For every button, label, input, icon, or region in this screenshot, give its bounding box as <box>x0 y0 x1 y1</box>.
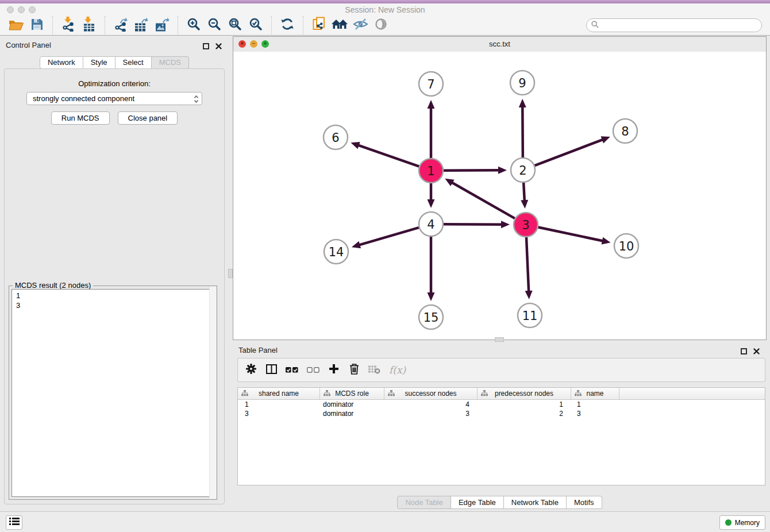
show-column-pane-button[interactable] <box>265 364 277 376</box>
maximize-view-button[interactable]: + <box>261 40 269 48</box>
column-header-MCDS-role[interactable]: MCDS role <box>320 388 384 399</box>
zoom-in-button[interactable] <box>184 16 203 34</box>
import-network-button[interactable] <box>59 16 78 34</box>
table-cell[interactable]: 3 <box>238 409 320 418</box>
show-hide-graphics-button[interactable] <box>351 16 369 34</box>
zoom-selected-button[interactable] <box>247 16 265 34</box>
table-settings-button[interactable] <box>245 364 257 376</box>
delete-column-button[interactable] <box>348 363 360 377</box>
export-image-button[interactable] <box>153 16 171 34</box>
table-cell[interactable]: 4 <box>384 400 478 409</box>
import-table-button[interactable] <box>80 16 98 34</box>
table-cell[interactable]: 2 <box>478 409 571 418</box>
tab-node-table[interactable]: Node Table <box>397 496 451 509</box>
table-cell[interactable]: dominator <box>320 400 384 409</box>
graph-node-14[interactable]: 14 <box>324 240 348 264</box>
result-scrollbar[interactable] <box>209 287 216 499</box>
graph-edge-4-3[interactable] <box>444 224 503 225</box>
graph-node-8[interactable]: 8 <box>613 119 637 143</box>
search-input[interactable] <box>602 21 757 30</box>
table-cell[interactable]: 1 <box>571 400 619 409</box>
graph-node-4[interactable]: 4 <box>419 212 443 236</box>
zoom-in-icon <box>187 17 201 33</box>
vertical-splitter-handle[interactable] <box>228 269 233 278</box>
graph-node-6[interactable]: 6 <box>324 125 348 149</box>
close-view-button[interactable]: × <box>238 40 246 48</box>
graph-edge-1-6[interactable] <box>357 145 419 167</box>
minimize-window-button[interactable] <box>18 6 25 13</box>
graph-node-10[interactable]: 10 <box>614 234 638 258</box>
close-panel-button[interactable]: Close panel <box>118 111 178 125</box>
table-cell[interactable]: 1 <box>478 400 571 409</box>
zoom-fit-button[interactable] <box>226 16 244 34</box>
graph-node-3[interactable]: 3 <box>514 213 538 237</box>
close-window-button[interactable] <box>7 6 14 13</box>
function-builder-button[interactable]: f(x) <box>389 364 406 376</box>
graph-edge-3-10[interactable] <box>538 228 604 241</box>
float-panel-icon[interactable] <box>741 346 747 357</box>
graph-edge-1-2[interactable] <box>444 170 500 171</box>
import-table-icon <box>83 17 95 34</box>
table-cell[interactable]: 1 <box>238 400 320 409</box>
run-mcds-button[interactable]: Run MCDS <box>51 111 110 125</box>
zoom-window-button[interactable] <box>29 6 36 13</box>
graph-edge-2-9[interactable] <box>522 106 523 157</box>
tab-mcds[interactable]: MCDS <box>152 56 189 69</box>
import-network-icon <box>62 17 75 34</box>
criterion-select[interactable]: strongly connected component <box>26 92 202 105</box>
graph-edge-4-14[interactable] <box>358 228 418 245</box>
column-header-shared-name[interactable]: shared name <box>238 388 320 399</box>
tab-network-table[interactable]: Network Table <box>504 496 567 509</box>
tab-motifs[interactable]: Motifs <box>567 496 602 509</box>
save-session-button[interactable] <box>28 16 46 34</box>
birds-eye-view-button[interactable] <box>372 16 390 34</box>
table-cell[interactable]: 3 <box>571 409 619 418</box>
select-all-columns-button[interactable] <box>286 365 298 375</box>
graph-edge-2-3[interactable] <box>523 183 525 202</box>
mcds-result-title: MCDS result (2 nodes) <box>13 281 93 290</box>
graph-edge-arrowhead <box>525 291 533 299</box>
memory-button[interactable]: Memory <box>719 515 765 530</box>
zoom-out-button[interactable] <box>205 16 224 34</box>
graph-node-1[interactable]: 1 <box>419 159 443 183</box>
close-panel-icon[interactable] <box>215 41 222 52</box>
graph-node-7[interactable]: 7 <box>419 72 443 96</box>
column-header-predecessor-nodes[interactable]: predecessor nodes <box>478 388 571 399</box>
minimize-view-button[interactable]: − <box>250 40 257 48</box>
mcds-result-text[interactable]: 1 3 <box>11 289 214 497</box>
graph-node-11[interactable]: 11 <box>518 303 542 327</box>
open-session-button[interactable] <box>7 16 25 34</box>
network-canvas[interactable]: 7968124314101511 <box>233 52 766 340</box>
deselect-all-columns-button[interactable] <box>307 365 319 375</box>
graph-edge-2-8[interactable] <box>535 139 604 165</box>
graph-node-2[interactable]: 2 <box>511 158 535 182</box>
horizontal-splitter-handle[interactable] <box>495 337 504 342</box>
tab-select[interactable]: Select <box>116 56 152 69</box>
delete-table-button[interactable] <box>368 364 380 376</box>
float-panel-icon[interactable] <box>203 41 209 52</box>
graph-node-15[interactable]: 15 <box>419 305 443 329</box>
export-network-button[interactable] <box>111 16 130 34</box>
task-history-button[interactable] <box>6 515 22 530</box>
search-box[interactable] <box>586 18 762 32</box>
reset-home-button[interactable] <box>330 16 349 34</box>
table-row[interactable]: 1dominator411 <box>238 400 765 409</box>
table-panel-window-buttons <box>741 346 760 357</box>
close-panel-icon[interactable] <box>753 346 760 357</box>
new-network-from-selection-button[interactable] <box>310 16 328 34</box>
export-table-button[interactable] <box>132 16 151 34</box>
tab-edge-table[interactable]: Edge Table <box>451 496 504 509</box>
tab-style[interactable]: Style <box>83 56 116 69</box>
column-header-successor-nodes[interactable]: successor nodes <box>384 388 478 399</box>
create-column-button[interactable] <box>328 364 340 376</box>
graph-node-9[interactable]: 9 <box>510 71 534 95</box>
svg-text:3: 3 <box>522 218 529 232</box>
table-cell[interactable]: dominator <box>320 409 384 418</box>
refresh-layout-button[interactable] <box>278 16 297 34</box>
table-cell[interactable]: 3 <box>384 409 478 418</box>
graph-edge-3-11[interactable] <box>526 237 529 292</box>
table-row[interactable]: 3dominator323 <box>238 409 765 418</box>
graph-edge-3-1[interactable] <box>451 182 515 218</box>
tab-network[interactable]: Network <box>40 56 83 69</box>
column-header-name[interactable]: name <box>571 388 619 399</box>
